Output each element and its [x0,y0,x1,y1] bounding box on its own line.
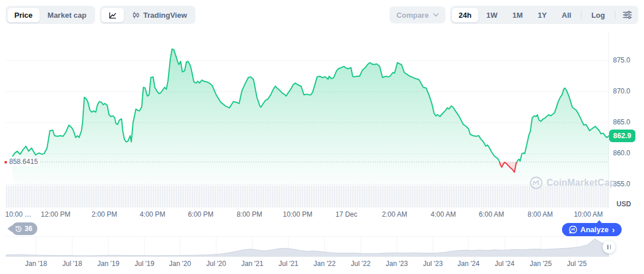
navigator-axis-label: Jan '24 [458,260,479,268]
navigator-axis-label: Jan '19 [97,260,119,268]
chevron-right-icon: › [612,225,615,234]
analyze-button[interactable]: Analyze › [562,223,622,236]
x-axis-label: 6:00 PM [188,210,214,218]
x-axis-label: 4:00 AM [431,210,456,218]
navigator-axis-label: Jan '18 [25,260,47,268]
navigator-axis-label: Jul '20 [206,260,226,268]
y-axis-label: 860.0 [613,149,630,157]
x-axis-label: 2:00 AM [382,210,407,218]
history-badge[interactable]: 36 [11,222,37,235]
navigator-axis-label: Jan '25 [530,260,552,268]
navigator-axis-label: Jul '23 [423,260,443,268]
x-axis-label: 10:00 … [5,210,31,218]
navigator-axis-label: Jul '22 [351,260,370,268]
y-axis-label: 870.0 [613,87,630,95]
navigator-brush-handle[interactable] [603,241,615,253]
navigator-axis-label: Jan '23 [386,260,408,268]
x-axis-label: 2:00 PM [92,210,118,218]
x-axis-label: 12:00 PM [41,210,70,218]
clock-history-icon [15,225,22,233]
x-axis-label: 10:00 PM [283,210,312,218]
x-axis-label: 17 Dec [335,210,357,218]
unit-label: USD [616,200,631,208]
chart-area: 858.6415 875.0870.0865.0860.0855.0 862.9… [0,0,644,274]
open-price-label: 858.6415 [7,158,40,166]
navigator-axis-label: Jan '20 [169,260,191,268]
watermark: CoinMarketCap [529,176,615,190]
y-axis-label: 865.0 [613,118,630,126]
x-axis-label: 8:00 PM [237,210,263,218]
timeline-navigator[interactable] [6,236,609,257]
navigator-axis-label: Jul '19 [135,260,154,268]
navigator-axis-label: Jan '22 [314,260,335,268]
x-axis-label: 6:00 AM [479,210,504,218]
y-axis-label: 875.0 [613,56,630,64]
analyze-label: Analyze [580,225,608,234]
coinmarketcap-logo-icon [529,176,543,190]
open-price-marker [5,161,7,163]
watermark-text: CoinMarketCap [547,178,615,188]
x-axis-label: 4:00 PM [140,210,166,218]
navigator-axis-label: Jul '21 [279,260,298,268]
navigator-axis-label: Jul '25 [567,260,587,268]
x-axis-label: 10:00 AM [574,210,603,218]
analyze-logo-icon [569,225,577,234]
navigator-axis-label: Jan '21 [241,260,263,268]
navigator-axis-label: Jul '18 [63,260,82,268]
price-chart-canvas[interactable] [6,32,609,208]
price-chart-page: Price Market cap [0,0,644,274]
current-price-badge: 862.9 [609,130,635,142]
history-count: 36 [25,225,32,233]
navigator-axis-label: Jul '24 [495,260,514,268]
y-axis-label: 855.0 [613,180,630,188]
x-axis-label: 8:00 AM [528,210,553,218]
